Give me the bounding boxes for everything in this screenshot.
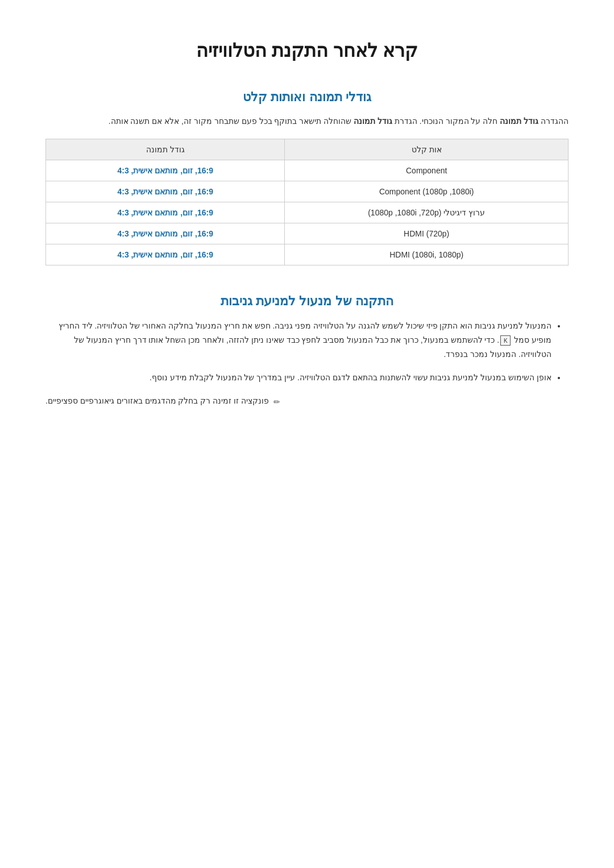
main-bullet-list: המנעול למניעת גניבות הוא התקן פיזי שיכול… [45,319,551,385]
table-cell-size-3: 16:9, זום, מותאם אישית, 4:3 [46,202,285,223]
image-size-table: אות קלט גודל תמונה Component 16:9, זום, … [45,139,569,265]
table-header-size: גודל תמונה [46,139,285,160]
sub-bullet-list: פונקציה זו זמינה רק בחלק מהדגמים באזורים… [45,394,540,409]
note-text: פונקציה זו זמינה רק בחלק מהדגמים באזורים… [45,394,269,408]
bullet2-text: אופן השימוש במנעול למניעת גניבות עשוי לה… [150,373,551,382]
table-cell-input-4: (HDMI (720p [285,223,569,244]
table-cell-input-2: (1080p ,1080i) Component [285,181,569,202]
bullet-item-2: אופן השימוש במנעול למניעת גניבות עשוי לה… [45,371,551,385]
table-header-input: אות קלט [285,139,569,160]
table-cell-size-1: 16:9, זום, מותאם אישית, 4:3 [46,160,285,181]
table-row: Component 16:9, זום, מותאם אישית, 4:3 [46,160,569,181]
table-cell-input-1: Component [285,160,569,181]
pencil-icon: ✏ [273,396,280,409]
kensington-lock-icon: K [500,335,511,346]
table-cell-size-5: 16:9, זום, מותאם אישית, 4:3 [46,244,285,265]
page-title: קרא לאחר התקנת הטלוויזיה [45,40,569,61]
table-row: (HDMI (720p 16:9, זום, מותאם אישית, 4:3 [46,223,569,244]
table-cell-size-4: 16:9, זום, מותאם אישית, 4:3 [46,223,285,244]
table-row: (HDMI (1080i, 1080p 16:9, זום, מותאם איש… [46,244,569,265]
table-row: ערוץ דיגיטלי (1080p ,1080i ,720p) 16:9, … [46,202,569,223]
bullet1-text-end: . כדי להשתמש במנעול, כרוך את כבל המנעול … [74,335,551,359]
table-cell-size-2: 16:9, זום, מותאם אישית, 4:3 [46,181,285,202]
table-cell-input-5: (HDMI (1080i, 1080p [285,244,569,265]
section1-description: ההגדרה גודל תמונה חלה על המקור הנוכחי. ה… [45,115,569,128]
section1-title: גודלי תמונה ואותות קלט [45,90,569,105]
section-anti-theft: התקנה של מנעול למניעת גניבות המנעול למני… [45,294,569,409]
section-image-size: גודלי תמונה ואותות קלט ההגדרה גודל תמונה… [45,90,569,265]
section2-title: התקנה של מנעול למניעת גניבות [45,294,569,309]
bullet-item-1: המנעול למניעת גניבות הוא התקן פיזי שיכול… [45,319,551,362]
note-item: פונקציה זו זמינה רק בחלק מהדגמים באזורים… [45,394,540,409]
table-cell-input-3: ערוץ דיגיטלי (1080p ,1080i ,720p) [285,202,569,223]
table-row: (1080p ,1080i) Component 16:9, זום, מותא… [46,181,569,202]
bullet-section: המנעול למניעת גניבות הוא התקן פיזי שיכול… [45,319,569,409]
